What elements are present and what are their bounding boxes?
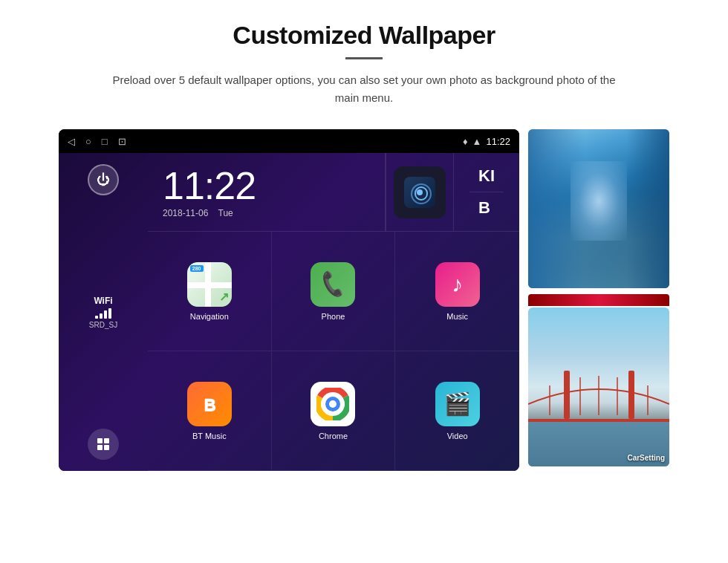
text-widgets: KI B: [469, 160, 504, 224]
wifi-icon: ▲: [472, 136, 482, 147]
wifi-bar-1: [95, 316, 98, 319]
status-time: 11:22: [486, 136, 510, 147]
main-content: 11:22 2018-11-06 Tue: [148, 153, 519, 471]
page-wrapper: Customized Wallpaper Preload over 5 defa…: [0, 0, 728, 471]
title-divider: [345, 57, 383, 59]
grid-dot: [97, 438, 103, 443]
clock-day-value: Tue: [218, 208, 233, 218]
header-section: Customized Wallpaper Preload over 5 defa…: [0, 0, 728, 122]
nav-badge: 280: [190, 265, 204, 272]
status-right-icons: ♦ ▲ 11:22: [463, 136, 510, 147]
image-icon: ⊡: [118, 136, 126, 147]
grid-dot: [104, 445, 109, 450]
app-cell-chrome[interactable]: Chrome: [272, 351, 396, 471]
wifi-bars: [89, 308, 117, 319]
app-cell-navigation[interactable]: 280 ↗ Navigation: [148, 232, 272, 351]
app-cell-video[interactable]: 🎬 Video: [395, 351, 519, 471]
grid-icon: [97, 438, 109, 450]
wifi-bar-3: [104, 310, 107, 319]
wifi-bar-4: [108, 308, 111, 319]
power-button[interactable]: ⏻: [88, 164, 119, 195]
phone-app-icon: 📞: [311, 262, 355, 307]
home-circle-icon: ○: [85, 136, 91, 147]
clock-section: 11:22 2018-11-06 Tue: [148, 153, 386, 231]
phone-symbol: 📞: [317, 269, 348, 299]
bt-app-icon: ʙ: [187, 382, 232, 426]
wallpaper-thumb-ice[interactable]: [528, 129, 669, 288]
app-grid: 280 ↗ Navigation 📞 Phone: [148, 232, 519, 471]
svg-point-3: [329, 400, 337, 408]
radio-widget[interactable]: [394, 166, 446, 218]
navigation-app-icon: 280 ↗: [187, 262, 232, 307]
grid-dot: [97, 445, 103, 450]
music-app-icon: ♪: [435, 262, 480, 307]
device-mockup: ◁ ○ □ ⊡ ♦ ▲ 11:22 ⏻ WiFi: [59, 129, 519, 471]
left-sidebar: ⏻ WiFi SRD_SJ: [59, 153, 148, 471]
bridge-deck: [528, 419, 669, 422]
btmusic-label: BT Music: [192, 432, 227, 440]
phone-label: Phone: [322, 312, 345, 321]
status-bar: ◁ ○ □ ⊡ ♦ ▲ 11:22: [59, 129, 519, 153]
radio-pulse-icon: [411, 183, 429, 201]
ice-center-light: [571, 161, 627, 241]
app-cell-btmusic[interactable]: ʙ BT Music: [148, 351, 272, 471]
video-clapboard-icon: 🎬: [443, 391, 471, 417]
content-area: ◁ ○ □ ⊡ ♦ ▲ 11:22 ⏻ WiFi: [0, 122, 728, 471]
wallpaper-thumb-bridge[interactable]: CarSetting: [528, 307, 669, 466]
back-arrow-icon: ◁: [68, 136, 75, 147]
navigation-label: Navigation: [190, 312, 229, 321]
wifi-info: WiFi SRD_SJ: [89, 296, 117, 329]
page-title: Customized Wallpaper: [45, 21, 683, 50]
video-label: Video: [447, 432, 468, 440]
music-note-icon: ♪: [452, 272, 463, 297]
radio-widget-box: [386, 153, 453, 231]
apps-button[interactable]: [88, 429, 119, 460]
app-cell-phone[interactable]: 📞 Phone: [272, 232, 396, 351]
wifi-bar-2: [100, 313, 103, 319]
clock-time: 11:22: [163, 166, 370, 205]
video-app-icon: 🎬: [435, 382, 480, 426]
chrome-app-icon: [311, 382, 355, 426]
bridge-cables-svg: [528, 374, 669, 419]
radio-center-dot: [417, 189, 423, 195]
clock-date-value: 2018-11-06: [163, 208, 208, 218]
grid-dot: [104, 438, 109, 443]
ki-widget: KI: [469, 160, 504, 192]
radio-inner: [404, 177, 435, 208]
music-label: Music: [446, 312, 468, 321]
wallpaper-panel: CarSetting: [528, 129, 669, 471]
nav-road-v: [205, 262, 211, 307]
top-row: 11:22 2018-11-06 Tue: [148, 153, 519, 232]
wifi-ssid: SRD_SJ: [89, 321, 117, 329]
carsetting-label: CarSetting: [627, 454, 665, 462]
chrome-label: Chrome: [319, 432, 348, 440]
b-widget: B: [469, 192, 504, 224]
ice-right: [627, 129, 669, 288]
chrome-svg-icon: [316, 388, 349, 420]
status-left-icons: ◁ ○ □ ⊡: [68, 136, 126, 147]
recent-apps-icon: □: [102, 136, 108, 147]
screen-body: ⏻ WiFi SRD_SJ: [59, 153, 519, 471]
partial-wallpaper-strip: [528, 294, 669, 306]
wifi-label: WiFi: [89, 296, 117, 306]
nav-arrow-icon: ↗: [219, 290, 229, 304]
page-subtitle: Preload over 5 default wallpaper options…: [111, 71, 617, 107]
bluetooth-icon: ʙ: [203, 391, 215, 417]
nav-map-bg: 280 ↗: [187, 262, 232, 307]
widget-area: KI B: [386, 153, 519, 231]
location-icon: ♦: [463, 136, 468, 147]
app-cell-music[interactable]: ♪ Music: [395, 232, 519, 351]
clock-date: 2018-11-06 Tue: [163, 208, 370, 218]
text-widgets-box: KI B: [453, 153, 519, 231]
